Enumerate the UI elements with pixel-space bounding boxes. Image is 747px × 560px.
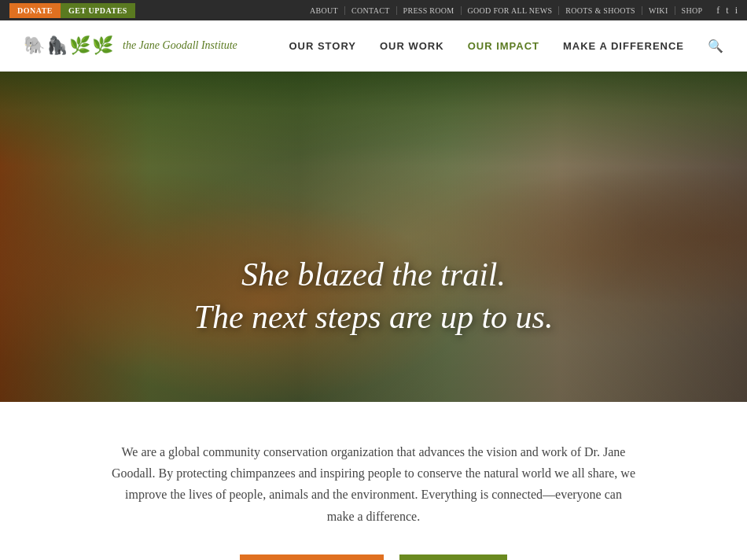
hero-section: She blazed the trail. The next steps are… <box>0 72 747 402</box>
press-room-link[interactable]: PRESS ROOM <box>397 6 462 15</box>
good-for-all-link[interactable]: GOOD FOR ALL NEWS <box>462 6 560 15</box>
donate-top-button[interactable]: DONATE <box>9 3 61 18</box>
get-updates-button[interactable]: ✉ GET UPDATES <box>240 554 385 560</box>
about-link[interactable]: ABOUT <box>304 6 345 15</box>
content-section: We are a global community conservation o… <box>0 402 747 560</box>
twitter-icon[interactable]: t <box>726 5 728 17</box>
hero-background <box>0 72 747 402</box>
logo[interactable]: 🐘🦍🌿🌿 the Jane Goodall Institute <box>24 35 237 56</box>
hero-headline: She blazed the trail. The next steps are… <box>0 253 747 339</box>
shop-link[interactable]: SHOP <box>675 6 709 15</box>
search-icon[interactable]: 🔍 <box>708 39 723 53</box>
logo-text: the Jane Goodall Institute <box>123 39 237 52</box>
wiki-link[interactable]: WIKI <box>642 6 675 15</box>
nav-our-work[interactable]: OUR WORK <box>380 40 444 52</box>
cta-buttons: ✉ GET UPDATES ♥ DONATE <box>24 554 723 560</box>
facebook-icon[interactable]: f <box>716 5 719 17</box>
nav-our-impact[interactable]: OUR IMPACT <box>468 40 539 52</box>
nav-links: OUR STORY OUR WORK OUR IMPACT MAKE A DIF… <box>289 39 723 53</box>
hero-overlay <box>0 72 747 402</box>
utility-bar-left: DONATE GET UPDATES <box>9 3 135 18</box>
logo-icons: 🐘🦍🌿🌿 <box>24 35 115 56</box>
main-nav: 🐘🦍🌿🌿 the Jane Goodall Institute OUR STOR… <box>0 20 747 72</box>
contact-link[interactable]: CONTACT <box>345 6 397 15</box>
nav-our-story[interactable]: OUR STORY <box>289 40 356 52</box>
roots-shoots-link[interactable]: ROOTS & SHOOTS <box>559 6 642 15</box>
instagram-icon[interactable]: i <box>735 5 738 17</box>
utility-bar: DONATE GET UPDATES ABOUT CONTACT PRESS R… <box>0 0 747 20</box>
donate-button[interactable]: ♥ DONATE <box>399 554 507 560</box>
get-updates-top-button[interactable]: GET UPDATES <box>61 3 135 18</box>
utility-bar-right: ABOUT CONTACT PRESS ROOM GOOD FOR ALL NE… <box>304 5 738 17</box>
nav-make-difference[interactable]: MAKE A DIFFERENCE <box>563 40 684 52</box>
hero-text: She blazed the trail. The next steps are… <box>0 253 747 339</box>
org-description: We are a global community conservation o… <box>110 441 637 527</box>
social-icons: f t i <box>716 5 738 17</box>
